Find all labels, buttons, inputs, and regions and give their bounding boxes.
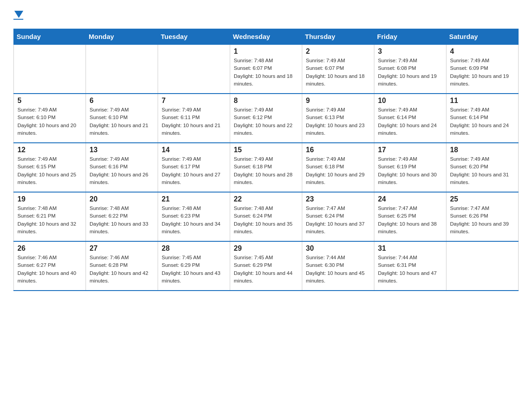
day-info: Sunrise: 7:46 AM Sunset: 6:27 PM Dayligh… <box>17 254 82 285</box>
calendar-cell-week5-day7 <box>446 241 519 291</box>
day-info: Sunrise: 7:47 AM Sunset: 6:25 PM Dayligh… <box>378 205 442 235</box>
day-info: Sunrise: 7:45 AM Sunset: 6:29 PM Dayligh… <box>234 254 298 285</box>
calendar-cell-week4-day3: 21Sunrise: 7:48 AM Sunset: 6:23 PM Dayli… <box>158 192 230 241</box>
calendar-cell-week5-day3: 28Sunrise: 7:45 AM Sunset: 6:29 PM Dayli… <box>158 241 230 291</box>
week-row-2: 5Sunrise: 7:49 AM Sunset: 6:10 PM Daylig… <box>14 94 519 143</box>
day-info: Sunrise: 7:49 AM Sunset: 6:11 PM Dayligh… <box>162 106 226 137</box>
day-number: 24 <box>378 195 442 203</box>
weekday-header-friday: Friday <box>374 29 446 45</box>
week-row-1: 1Sunrise: 7:48 AM Sunset: 6:07 PM Daylig… <box>14 44 519 94</box>
calendar-cell-week1-day6: 3Sunrise: 7:49 AM Sunset: 6:08 PM Daylig… <box>374 44 446 94</box>
day-info: Sunrise: 7:49 AM Sunset: 6:14 PM Dayligh… <box>450 106 515 137</box>
day-number: 25 <box>450 195 515 203</box>
week-row-5: 26Sunrise: 7:46 AM Sunset: 6:27 PM Dayli… <box>14 241 519 291</box>
day-info: Sunrise: 7:49 AM Sunset: 6:10 PM Dayligh… <box>17 106 82 137</box>
day-number: 26 <box>17 244 82 253</box>
day-number: 19 <box>17 195 82 203</box>
day-number: 23 <box>306 195 370 203</box>
day-number: 20 <box>90 195 154 203</box>
calendar-cell-week3-day5: 16Sunrise: 7:49 AM Sunset: 6:18 PM Dayli… <box>302 143 374 192</box>
calendar-cell-week5-day6: 31Sunrise: 7:44 AM Sunset: 6:31 PM Dayli… <box>374 241 446 291</box>
day-info: Sunrise: 7:44 AM Sunset: 6:30 PM Dayligh… <box>306 254 370 285</box>
calendar-cell-week3-day1: 12Sunrise: 7:49 AM Sunset: 6:15 PM Dayli… <box>14 143 86 192</box>
day-info: Sunrise: 7:48 AM Sunset: 6:07 PM Dayligh… <box>234 57 298 88</box>
calendar-cell-week1-day1 <box>14 44 86 94</box>
calendar-cell-week3-day6: 17Sunrise: 7:49 AM Sunset: 6:19 PM Dayli… <box>374 143 446 192</box>
day-info: Sunrise: 7:48 AM Sunset: 6:22 PM Dayligh… <box>90 205 154 235</box>
day-number: 31 <box>378 244 442 253</box>
calendar-cell-week2-day1: 5Sunrise: 7:49 AM Sunset: 6:10 PM Daylig… <box>14 94 86 143</box>
weekday-header-saturday: Saturday <box>446 29 519 45</box>
day-number: 7 <box>162 97 226 105</box>
day-number: 29 <box>234 244 298 253</box>
calendar-cell-week1-day7: 4Sunrise: 7:49 AM Sunset: 6:09 PM Daylig… <box>446 44 519 94</box>
day-info: Sunrise: 7:48 AM Sunset: 6:24 PM Dayligh… <box>234 205 298 235</box>
day-number: 27 <box>90 244 154 253</box>
day-number: 10 <box>378 97 442 105</box>
calendar-cell-week2-day3: 7Sunrise: 7:49 AM Sunset: 6:11 PM Daylig… <box>158 94 230 143</box>
day-number: 1 <box>234 47 298 56</box>
calendar-cell-week1-day5: 2Sunrise: 7:49 AM Sunset: 6:07 PM Daylig… <box>302 44 374 94</box>
calendar-cell-week4-day7: 25Sunrise: 7:47 AM Sunset: 6:26 PM Dayli… <box>446 192 519 241</box>
calendar-cell-week3-day4: 15Sunrise: 7:49 AM Sunset: 6:18 PM Dayli… <box>230 143 302 192</box>
day-info: Sunrise: 7:49 AM Sunset: 6:08 PM Dayligh… <box>378 57 442 88</box>
day-info: Sunrise: 7:49 AM Sunset: 6:12 PM Dayligh… <box>234 106 298 137</box>
day-info: Sunrise: 7:49 AM Sunset: 6:17 PM Dayligh… <box>162 155 226 186</box>
day-number: 17 <box>378 146 442 154</box>
weekday-header-tuesday: Tuesday <box>158 29 230 45</box>
week-row-3: 12Sunrise: 7:49 AM Sunset: 6:15 PM Dayli… <box>14 143 519 192</box>
day-number: 28 <box>162 244 226 253</box>
day-info: Sunrise: 7:49 AM Sunset: 6:09 PM Dayligh… <box>450 57 515 88</box>
page-header <box>13 9 519 20</box>
calendar-cell-week4-day6: 24Sunrise: 7:47 AM Sunset: 6:25 PM Dayli… <box>374 192 446 241</box>
day-info: Sunrise: 7:47 AM Sunset: 6:24 PM Dayligh… <box>306 205 370 235</box>
day-number: 14 <box>162 146 226 154</box>
day-info: Sunrise: 7:44 AM Sunset: 6:31 PM Dayligh… <box>378 254 442 285</box>
logo-triangle-icon <box>14 11 23 18</box>
day-number: 13 <box>90 146 154 154</box>
calendar-cell-week2-day5: 9Sunrise: 7:49 AM Sunset: 6:13 PM Daylig… <box>302 94 374 143</box>
day-info: Sunrise: 7:46 AM Sunset: 6:28 PM Dayligh… <box>90 254 154 285</box>
calendar-cell-week3-day2: 13Sunrise: 7:49 AM Sunset: 6:16 PM Dayli… <box>86 143 158 192</box>
calendar-cell-week2-day7: 11Sunrise: 7:49 AM Sunset: 6:14 PM Dayli… <box>446 94 519 143</box>
calendar-cell-week1-day4: 1Sunrise: 7:48 AM Sunset: 6:07 PM Daylig… <box>230 44 302 94</box>
day-number: 22 <box>234 195 298 203</box>
calendar-cell-week3-day3: 14Sunrise: 7:49 AM Sunset: 6:17 PM Dayli… <box>158 143 230 192</box>
calendar-cell-week4-day1: 19Sunrise: 7:48 AM Sunset: 6:21 PM Dayli… <box>14 192 86 241</box>
day-number: 16 <box>306 146 370 154</box>
calendar-cell-week4-day4: 22Sunrise: 7:48 AM Sunset: 6:24 PM Dayli… <box>230 192 302 241</box>
day-info: Sunrise: 7:49 AM Sunset: 6:13 PM Dayligh… <box>306 106 370 137</box>
day-info: Sunrise: 7:48 AM Sunset: 6:23 PM Dayligh… <box>162 205 226 235</box>
day-info: Sunrise: 7:49 AM Sunset: 6:20 PM Dayligh… <box>450 155 515 186</box>
calendar-header-row: SundayMondayTuesdayWednesdayThursdayFrid… <box>14 29 519 45</box>
day-number: 6 <box>90 97 154 105</box>
logo <box>13 9 23 20</box>
calendar-cell-week2-day4: 8Sunrise: 7:49 AM Sunset: 6:12 PM Daylig… <box>230 94 302 143</box>
day-number: 15 <box>234 146 298 154</box>
calendar-cell-week5-day4: 29Sunrise: 7:45 AM Sunset: 6:29 PM Dayli… <box>230 241 302 291</box>
weekday-header-thursday: Thursday <box>302 29 374 45</box>
day-info: Sunrise: 7:45 AM Sunset: 6:29 PM Dayligh… <box>162 254 226 285</box>
logo-underline <box>13 19 23 20</box>
day-info: Sunrise: 7:49 AM Sunset: 6:16 PM Dayligh… <box>90 155 154 186</box>
calendar-cell-week1-day3 <box>158 44 230 94</box>
day-info: Sunrise: 7:49 AM Sunset: 6:19 PM Dayligh… <box>378 155 442 186</box>
day-number: 11 <box>450 97 515 105</box>
day-number: 2 <box>306 47 370 56</box>
day-info: Sunrise: 7:49 AM Sunset: 6:18 PM Dayligh… <box>234 155 298 186</box>
calendar-cell-week2-day6: 10Sunrise: 7:49 AM Sunset: 6:14 PM Dayli… <box>374 94 446 143</box>
week-row-4: 19Sunrise: 7:48 AM Sunset: 6:21 PM Dayli… <box>14 192 519 241</box>
day-info: Sunrise: 7:49 AM Sunset: 6:07 PM Dayligh… <box>306 57 370 88</box>
day-number: 3 <box>378 47 442 56</box>
day-info: Sunrise: 7:49 AM Sunset: 6:15 PM Dayligh… <box>17 155 82 186</box>
calendar-cell-week5-day1: 26Sunrise: 7:46 AM Sunset: 6:27 PM Dayli… <box>14 241 86 291</box>
day-number: 5 <box>17 97 82 105</box>
day-number: 30 <box>306 244 370 253</box>
day-info: Sunrise: 7:48 AM Sunset: 6:21 PM Dayligh… <box>17 205 82 235</box>
day-info: Sunrise: 7:47 AM Sunset: 6:26 PM Dayligh… <box>450 205 515 235</box>
weekday-header-wednesday: Wednesday <box>230 29 302 45</box>
day-info: Sunrise: 7:49 AM Sunset: 6:10 PM Dayligh… <box>90 106 154 137</box>
calendar-cell-week1-day2 <box>86 44 158 94</box>
weekday-header-sunday: Sunday <box>14 29 86 45</box>
calendar-cell-week5-day5: 30Sunrise: 7:44 AM Sunset: 6:30 PM Dayli… <box>302 241 374 291</box>
